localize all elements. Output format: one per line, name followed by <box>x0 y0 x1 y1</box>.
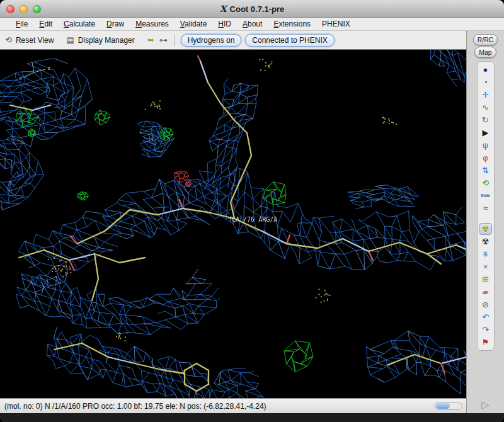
side-chain-icon[interactable]: Side <box>479 190 492 202</box>
radiation-icon[interactable]: ☢ <box>479 223 492 235</box>
menu-file[interactable]: File <box>10 20 33 28</box>
right-toolbar: R/RC Map ●◔✛∿↻▶ψφ⇅⟲Side≈☢☢✳×⊞▰⊘↶↷⚑ ▷ <box>466 31 504 413</box>
viewport[interactable]: CA /76 ARG/A <box>0 50 466 398</box>
sine-wave-icon[interactable]: ∿ <box>479 101 492 113</box>
menu-bar: FileEditCalculateDrawMeasuresValidateHID… <box>0 18 504 31</box>
window-bottom-edge <box>0 413 504 422</box>
move-arrows-icon[interactable]: ✛ <box>479 89 492 101</box>
up-down-arrows-icon[interactable]: ⇅ <box>479 164 492 176</box>
traffic-lights <box>6 5 41 13</box>
menu-draw[interactable]: Draw <box>101 20 130 28</box>
run-script-icon[interactable]: ▷ <box>481 399 489 413</box>
status-scrollbar[interactable] <box>435 402 462 410</box>
menu-extensions[interactable]: Extensions <box>268 20 316 28</box>
wave-icon[interactable]: ≈ <box>479 202 492 214</box>
status-bar: (mol. no: 0) N /1/A/160 PRO occ: 1.00 bf… <box>0 398 466 413</box>
title-bar[interactable]: X Coot 0.7.1-pre <box>0 0 504 18</box>
density-canvas[interactable] <box>0 50 466 398</box>
map-button[interactable]: Map <box>474 47 496 58</box>
display-manager-icon: ▤ <box>66 36 74 44</box>
model-tools-palette: ●◔✛∿↻▶ψφ⇅⟲Side≈☢☢✳×⊞▰⊘↶↷⚑ <box>477 61 495 351</box>
phenix-connection-button[interactable]: Connected to PHENIX <box>245 34 334 47</box>
x11-icon: X <box>220 4 227 14</box>
rotate-cw-icon[interactable]: ↻ <box>479 114 492 126</box>
close-button[interactable] <box>6 5 14 13</box>
go-to-atom-icon[interactable]: ⊶ <box>159 36 168 44</box>
menu-validate[interactable]: Validate <box>175 20 213 28</box>
menu-measures[interactable]: Measures <box>130 20 175 28</box>
cross-icon[interactable]: × <box>479 261 492 273</box>
window-title-text: Coot 0.7.1-pre <box>230 4 285 14</box>
minimize-button[interactable] <box>20 5 28 13</box>
menu-hid[interactable]: HID <box>212 20 237 28</box>
hydrogens-toggle-button[interactable]: Hydrogens on <box>181 34 242 47</box>
undo-arrow-icon[interactable]: ↶ <box>479 311 492 323</box>
phi-angle-icon[interactable]: φ <box>479 152 492 164</box>
go-to-ligand-icon[interactable]: ➥ <box>147 36 154 44</box>
flag-icon[interactable]: ⚑ <box>479 336 492 348</box>
play-triangle-icon[interactable]: ▶ <box>479 127 492 139</box>
window-title: X Coot 0.7.1-pre <box>0 0 504 18</box>
menu-calculate[interactable]: Calculate <box>58 20 101 28</box>
eraser-icon[interactable]: ▰ <box>479 286 492 298</box>
asterisk-icon[interactable]: ✳ <box>479 248 492 260</box>
redo-arrow-icon[interactable]: ↷ <box>479 324 492 336</box>
sphere-icon[interactable]: ● <box>479 64 492 76</box>
zoom-button[interactable] <box>33 5 41 13</box>
plus-square-icon[interactable]: ⊞ <box>479 273 492 285</box>
trash-icon[interactable]: ⊘ <box>479 299 492 311</box>
menu-phenix[interactable]: PHENIX <box>316 20 356 28</box>
toolbar: ⟲ Reset View ▤ Display Manager ➥⊶ Hydrog… <box>0 31 466 50</box>
rrc-button[interactable]: R/RC <box>473 34 498 45</box>
status-text: (mol. no: 0) N /1/A/160 PRO occ: 1.00 bf… <box>4 402 266 411</box>
radiation-dark-icon[interactable]: ☢ <box>479 236 492 248</box>
coot-window: X Coot 0.7.1-pre FileEditCalculateDrawMe… <box>0 0 504 422</box>
reset-view-icon: ⟲ <box>5 36 12 44</box>
clock-icon[interactable]: ◔ <box>479 76 492 88</box>
psi-angle-icon[interactable]: ψ <box>479 139 492 151</box>
display-manager-button[interactable]: Display Manager <box>78 36 135 45</box>
reset-view-button[interactable]: Reset View <box>16 36 54 45</box>
scrollbar-thumb[interactable] <box>436 403 450 409</box>
toolbar-separator <box>174 35 175 46</box>
menu-about[interactable]: About <box>237 20 268 28</box>
rotate-ccw-icon[interactable]: ⟲ <box>479 177 492 189</box>
menu-edit[interactable]: Edit <box>33 20 58 28</box>
